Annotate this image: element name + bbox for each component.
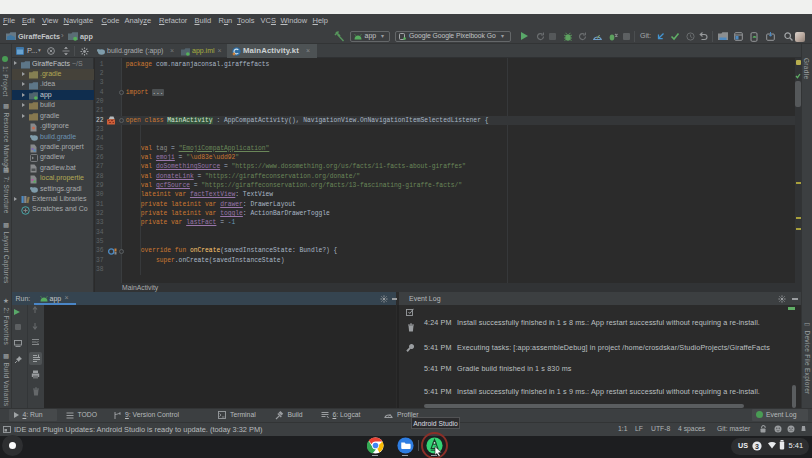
svg-text:3: 3 (755, 442, 759, 449)
